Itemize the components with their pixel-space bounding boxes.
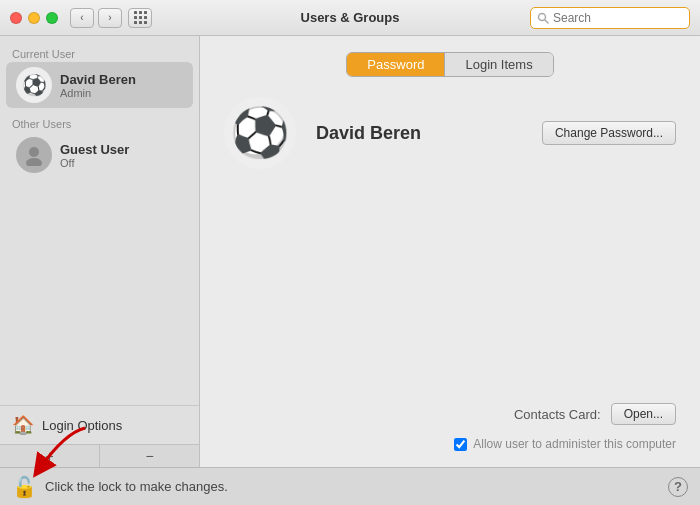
guest-user-item[interactable]: Guest User Off [6,132,193,178]
lock-text: Click the lock to make changes. [45,479,228,494]
tab-group: Password Login Items [346,52,553,77]
login-options-label: Login Options [42,418,122,433]
search-icon [537,12,549,24]
main-user-name: David Beren [316,123,542,144]
guest-user-role: Off [60,157,129,169]
other-users-label: Other Users [0,114,199,132]
contacts-card-label: Contacts Card: [514,407,601,422]
panel-content [224,189,676,403]
svg-point-2 [29,147,39,157]
guest-user-avatar [16,137,52,173]
main-content: Current User ⚽ David Beren Admin Other U… [0,36,700,467]
login-options-item[interactable]: 🏠 Login Options [0,405,199,444]
minimize-button[interactable] [28,12,40,24]
add-user-button[interactable]: + [0,445,100,467]
search-input[interactable] [553,11,683,25]
maximize-button[interactable] [46,12,58,24]
user-header: ⚽ David Beren Change Password... [224,97,676,169]
remove-user-button[interactable]: − [100,445,199,467]
contacts-row: Contacts Card: Open... [224,403,676,425]
current-user-label: Current User [0,44,199,62]
sidebar-spacer [0,178,199,405]
tab-bar: Password Login Items [224,52,676,77]
lock-icon: 🔓 [12,475,37,499]
sidebar: Current User ⚽ David Beren Admin Other U… [0,36,200,467]
admin-checkbox-row: Allow user to administer this computer [224,437,676,451]
lock-area[interactable]: 🔓 Click the lock to make changes. [12,475,228,499]
window-title: Users & Groups [301,10,400,25]
grid-button[interactable] [128,8,152,28]
current-user-avatar: ⚽ [16,67,52,103]
svg-line-1 [545,20,548,23]
current-user-item[interactable]: ⚽ David Beren Admin [6,62,193,108]
forward-button[interactable]: › [98,8,122,28]
svg-point-0 [539,13,546,20]
guest-user-name: Guest User [60,142,129,157]
tab-password[interactable]: Password [347,53,445,76]
bottom-bar: 🔓 Click the lock to make changes. ? [0,467,700,505]
home-icon: 🏠 [12,414,34,436]
search-box[interactable] [530,7,690,29]
grid-icon [134,11,147,24]
change-password-button[interactable]: Change Password... [542,121,676,145]
back-button[interactable]: ‹ [70,8,94,28]
sidebar-buttons: + − [0,444,199,467]
admin-checkbox[interactable] [454,438,467,451]
main-avatar: ⚽ [224,97,296,169]
traffic-lights [10,12,58,24]
current-user-name: David Beren [60,72,136,87]
right-panel: Password Login Items ⚽ David Beren Chang… [200,36,700,467]
titlebar: ‹ › Users & Groups [0,0,700,36]
tab-login-items[interactable]: Login Items [445,53,552,76]
guest-user-info: Guest User Off [60,142,129,169]
help-button[interactable]: ? [668,477,688,497]
admin-checkbox-label: Allow user to administer this computer [473,437,676,451]
svg-point-3 [26,158,42,166]
nav-buttons: ‹ › [70,8,122,28]
close-button[interactable] [10,12,22,24]
current-user-role: Admin [60,87,136,99]
open-button[interactable]: Open... [611,403,676,425]
current-user-info: David Beren Admin [60,72,136,99]
